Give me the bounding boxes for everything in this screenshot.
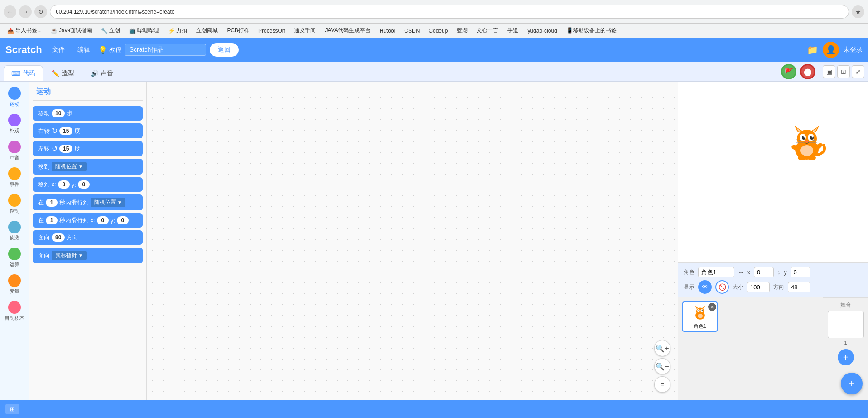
tab-sound[interactable]: 🔊 声音: [83, 65, 121, 81]
point-mouse-dropdown[interactable]: 鼠标指针 ▼: [52, 251, 87, 260]
sprite-size-input[interactable]: [747, 282, 770, 292]
bookmark-tongyi[interactable]: 通义千问: [290, 26, 319, 35]
bookmark-leetcode[interactable]: ⚡ 力扣: [164, 26, 191, 35]
category-operators[interactable]: 运算: [2, 246, 27, 270]
tutorial-menu[interactable]: 💡 教程: [98, 46, 121, 54]
category-motion[interactable]: 运动: [2, 85, 27, 109]
sprite-direction-input[interactable]: [788, 282, 810, 292]
svg-marker-25: [702, 306, 704, 309]
category-control[interactable]: 控制: [2, 192, 27, 216]
sprite-info-panel: 角色 ↔ x ↕ y 显示 👁 🚫: [678, 263, 868, 297]
block-goto-xy[interactable]: 移到 x: 0 y: 0: [33, 177, 143, 192]
add-sprite-button[interactable]: +: [841, 373, 863, 394]
bookmark-lichuang[interactable]: 🔧 立创: [97, 26, 124, 35]
stop-button[interactable]: ⬤: [800, 64, 815, 79]
variables-label: 变量: [10, 288, 19, 295]
bookmark-button[interactable]: ★: [852, 5, 864, 18]
bookmark-java[interactable]: ☕ Java面试指南: [47, 26, 96, 35]
edit-menu-button[interactable]: 编辑: [73, 44, 95, 56]
fullscreen-button[interactable]: ⤢: [852, 65, 864, 78]
block-glide-xy[interactable]: 在 1 秒内滑行到 x: 0 y: 0: [33, 213, 143, 228]
category-sensing[interactable]: 侦测: [2, 219, 27, 243]
forward-button[interactable]: →: [19, 5, 32, 18]
hide-button[interactable]: 🚫: [715, 280, 729, 294]
code-canvas[interactable]: 🔍+ 🔍− =: [147, 82, 678, 400]
point-dir-value[interactable]: 90: [52, 233, 65, 242]
goto-dropdown[interactable]: 随机位置 ▼: [52, 162, 87, 171]
move-unit: 步: [67, 109, 72, 117]
bookmark-hutool[interactable]: Hutool: [376, 27, 399, 35]
bookmark-processon[interactable]: ProcessOn: [255, 27, 289, 35]
add-backdrop-button[interactable]: +: [838, 349, 854, 365]
bookmark-lanhu[interactable]: 蓝湖: [453, 26, 471, 35]
sprite-x-input[interactable]: [754, 267, 774, 277]
bookmark-lichuang-shop[interactable]: 立创商城: [193, 26, 222, 35]
green-flag-button[interactable]: 🚩: [781, 64, 796, 79]
return-button[interactable]: 返回: [210, 43, 239, 57]
category-myblocks[interactable]: 自制积木: [2, 299, 27, 323]
file-menu-button[interactable]: 文件: [48, 44, 69, 56]
block-goto[interactable]: 移到 随机位置 ▼: [33, 159, 143, 175]
turn-right-value[interactable]: 15: [59, 127, 72, 135]
sprite-name-input[interactable]: [698, 267, 734, 277]
zoom-out-button[interactable]: 🔍−: [654, 358, 670, 374]
sensing-dot: [8, 221, 21, 233]
block-point-dir[interactable]: 面向 90 方向: [33, 230, 143, 245]
move-value[interactable]: 10: [52, 109, 65, 117]
glide-val[interactable]: 1: [46, 199, 58, 207]
add-extension-button[interactable]: ⊞: [5, 404, 19, 414]
category-events[interactable]: 事件: [2, 165, 27, 190]
user-avatar[interactable]: 👤: [823, 42, 839, 58]
bookmark-bilibili[interactable]: 📺 哔哩哔哩: [125, 26, 163, 35]
sprite-y-input[interactable]: [791, 267, 810, 277]
glide-xy-val[interactable]: 1: [46, 216, 58, 224]
bookmark-csdn[interactable]: CSDN: [400, 27, 423, 35]
glide-dropdown[interactable]: 随机位置 ▼: [91, 198, 125, 207]
costume-tab-icon: ✏️: [52, 70, 59, 77]
bookmark-yudao[interactable]: yudao-cloud: [524, 27, 560, 35]
bookmark-wenxin[interactable]: 文心一言: [473, 26, 502, 35]
large-stage-button[interactable]: ⊡: [837, 65, 850, 78]
goto-xy-y[interactable]: 0: [78, 180, 90, 189]
extension-icon: ⊞: [10, 406, 15, 413]
sprite-info-row1: 角色 ↔ x ↕ y: [684, 267, 863, 277]
tab-costume[interactable]: ✏️ 造型: [44, 65, 82, 81]
looks-label: 外观: [10, 127, 19, 134]
block-turn-right[interactable]: 右转 ↻ 15 度: [33, 123, 143, 138]
zoom-in-button[interactable]: 🔍+: [654, 340, 670, 356]
zoom-reset-button[interactable]: =: [654, 376, 670, 393]
url-bar[interactable]: [50, 5, 849, 19]
goto-xy-x[interactable]: 0: [58, 180, 70, 189]
turn-left-value[interactable]: 15: [59, 145, 72, 153]
bookmark-java-code[interactable]: JAVA代码生成平台: [321, 26, 374, 35]
category-looks[interactable]: 外观: [2, 112, 27, 136]
sprite-thumbnail-1[interactable]: ✕: [682, 301, 718, 332]
block-move[interactable]: 移动 10 步: [33, 106, 143, 121]
project-title-input[interactable]: [125, 44, 206, 56]
svg-point-28: [698, 310, 699, 311]
back-button[interactable]: ←: [4, 5, 16, 18]
view-buttons: ▣ ⊡ ⤢: [823, 65, 864, 78]
category-sound[interactable]: 声音: [2, 139, 27, 163]
bookmark-mobile[interactable]: 📱移动设备上的书签: [563, 26, 620, 35]
block-turn-left[interactable]: 左转 ↺ 15 度: [33, 141, 143, 156]
bookmark-pcb[interactable]: PCB打样: [223, 26, 253, 35]
tab-code[interactable]: ⌨ 代码: [4, 65, 43, 81]
block-glide[interactable]: 在 1 秒内滑行到 随机位置 ▼: [33, 194, 143, 210]
category-variables[interactable]: 变量: [2, 272, 27, 296]
show-button[interactable]: 👁: [698, 280, 712, 294]
bookmark-shoudao[interactable]: 手道: [504, 26, 522, 35]
refresh-button[interactable]: ↻: [34, 5, 47, 18]
stage-area: [678, 82, 868, 263]
stage-thumbnail[interactable]: [828, 311, 864, 338]
bookmark-import[interactable]: 📥 导入书签...: [4, 26, 45, 35]
small-stage-button[interactable]: ▣: [823, 65, 835, 78]
bookmark-codeup[interactable]: Codeup: [425, 27, 451, 35]
glide-xy-y[interactable]: 0: [117, 216, 129, 224]
sprite-delete-button[interactable]: ✕: [708, 303, 716, 311]
login-text[interactable]: 未登录: [844, 46, 863, 54]
block-point-mouse[interactable]: 面向 鼠标指针 ▼: [33, 248, 143, 263]
folder-button[interactable]: 📁: [807, 44, 818, 55]
sound-label: 声音: [10, 154, 19, 161]
glide-xy-x[interactable]: 0: [97, 216, 109, 224]
